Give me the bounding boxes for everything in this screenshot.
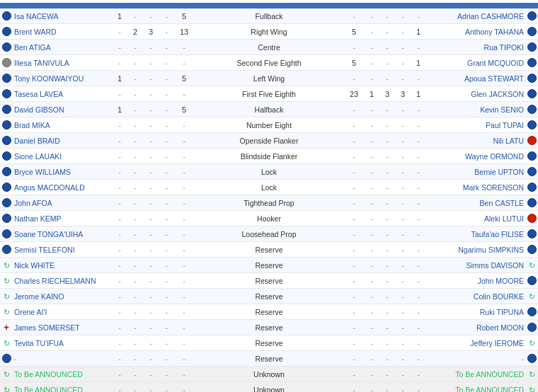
stat-t-a-7: - (112, 120, 127, 130)
table-row: ↻ Charles RIECHELMANN - - - - - Reserve … (0, 273, 538, 289)
header-c-a (127, 5, 143, 6)
icon-bop-2 (525, 42, 538, 53)
position-10: Lock (194, 167, 344, 177)
table-row: Angus MACDONALD - - - - - Lock - - - - -… (0, 180, 538, 195)
icon-auckland-2 (0, 42, 13, 53)
stat-t-b-17: - (411, 276, 426, 286)
table-body: Isa NACEWA 1 - - - 5 Fullback - - - - - … (0, 8, 538, 392)
icon-auckland-18: ↻ (0, 291, 13, 302)
player-auckland-16: Nick WHITE (13, 260, 112, 270)
player-auckland-8: Daniel BRAID (13, 136, 112, 146)
stat-t-a-5: - (112, 89, 127, 99)
table-row: ↻ To Be ANNOUNCED - - - - - Unknown - - … (0, 382, 538, 392)
icon-bop-7 (525, 120, 538, 131)
player-bop-19: Ruki TIPUNA (426, 307, 525, 317)
header-pts-b (344, 5, 364, 6)
stat-dg-a-6: - (159, 105, 174, 115)
stat-c-a-19: - (127, 307, 143, 317)
stat-pts-b-3: 5 (344, 58, 364, 68)
player-bop-11: Mark SORENSON (426, 183, 525, 192)
stat-c-b-10: - (395, 167, 411, 177)
icon-auckland-5 (0, 88, 13, 100)
stat-p-a-10: - (143, 167, 159, 177)
icon-auckland-23: ↻ (0, 369, 13, 380)
stat-pts-a-16: - (174, 260, 194, 270)
stat-dg-b-0: - (364, 11, 379, 21)
table-row: Ben ATIGA - - - - - Centre - - - - - Rua… (0, 40, 538, 55)
stat-p-b-12: - (379, 198, 395, 208)
player-auckland-4: Tony KOONWAIYOU (13, 74, 112, 83)
stat-c-b-13: - (395, 214, 411, 224)
stat-c-a-2: - (127, 42, 143, 52)
icon-bop-9 (525, 151, 538, 162)
stat-c-a-11: - (127, 183, 143, 192)
icon-auckland-6 (0, 104, 13, 115)
icon-bop-14 (525, 229, 538, 240)
player-auckland-17: Charles RIECHELMANN (13, 276, 112, 286)
stat-dg-a-20: - (159, 323, 174, 333)
stat-p-a-22: - (143, 354, 159, 364)
stat-pts-b-1: 5 (344, 27, 364, 37)
player-bop-22: - (426, 354, 525, 364)
position-23: Unknown (194, 369, 344, 379)
icon-bop-13 (525, 213, 538, 224)
stat-t-b-10: - (411, 167, 426, 177)
stat-dg-b-5: 1 (364, 89, 379, 99)
icon-auckland-9 (0, 151, 13, 162)
position-21: Reserve (194, 338, 344, 348)
stat-p-a-2: - (143, 42, 159, 52)
stat-pts-a-10: - (174, 167, 194, 177)
table-row: Tony KOONWAIYOU 1 - - - 5 Left Wing - - … (0, 71, 538, 86)
stat-t-a-0: 1 (112, 11, 127, 21)
stat-dg-a-9: - (159, 151, 174, 161)
stat-c-b-19: - (395, 307, 411, 317)
player-bop-5: Glen JACKSON (426, 89, 525, 99)
stat-p-b-16: - (379, 260, 395, 270)
icon-auckland-12 (0, 197, 13, 209)
table-row: ↻ Orene AI'I - - - - - Reserve - - - - -… (0, 304, 538, 320)
stat-dg-b-18: - (364, 292, 379, 301)
stat-dg-b-11: - (364, 183, 379, 192)
stat-t-b-2: - (411, 42, 426, 52)
position-7: Number Eight (194, 120, 344, 130)
stat-dg-a-17: - (159, 276, 174, 286)
table-row: Isa NACEWA 1 - - - 5 Fullback - - - - - … (0, 8, 538, 24)
position-16: Reserve (194, 260, 344, 270)
stat-dg-b-2: - (364, 42, 379, 52)
stat-dg-a-8: - (159, 136, 174, 146)
player-bop-0: Adrian CASHMORE (426, 11, 525, 21)
stat-t-b-23: - (411, 369, 426, 379)
stat-t-b-0: - (411, 11, 426, 21)
position-17: Reserve (194, 276, 344, 286)
position-0: Fullback (194, 11, 344, 21)
stat-c-b-11: - (395, 183, 411, 192)
stat-pts-a-23: - (174, 369, 194, 379)
icon-auckland-15 (0, 244, 13, 255)
table-row: Brent WARD - 2 3 - 13 Right Wing 5 - - -… (0, 24, 538, 40)
header-dg-a (159, 5, 174, 6)
stat-c-b-2: - (395, 42, 411, 52)
stat-c-b-16: - (395, 260, 411, 270)
player-bop-12: Ben CASTLE (426, 198, 525, 208)
icon-bop-8 (525, 135, 538, 146)
stat-t-b-13: - (411, 214, 426, 224)
icon-auckland-10 (0, 166, 13, 178)
stat-t-b-11: - (411, 183, 426, 192)
stat-dg-b-14: - (364, 229, 379, 239)
stat-dg-b-13: - (364, 214, 379, 224)
stat-t-a-11: - (112, 183, 127, 192)
stat-pts-b-5: 23 (344, 89, 364, 99)
stat-p-b-17: - (379, 276, 395, 286)
stat-pts-a-4: 5 (174, 74, 194, 83)
stat-c-a-21: - (127, 338, 143, 348)
icon-auckland-1 (0, 26, 13, 38)
stat-dg-a-14: - (159, 229, 174, 239)
stat-t-a-15: - (112, 245, 127, 255)
player-auckland-19: Orene AI'I (13, 307, 112, 317)
stat-dg-b-17: - (364, 276, 379, 286)
stat-p-b-21: - (379, 338, 395, 348)
player-auckland-1: Brent WARD (13, 27, 112, 37)
stat-c-a-3: - (127, 58, 143, 68)
table-row: John AFOA - - - - - Tighthead Prop - - -… (0, 195, 538, 211)
stat-c-b-1: - (395, 27, 411, 37)
